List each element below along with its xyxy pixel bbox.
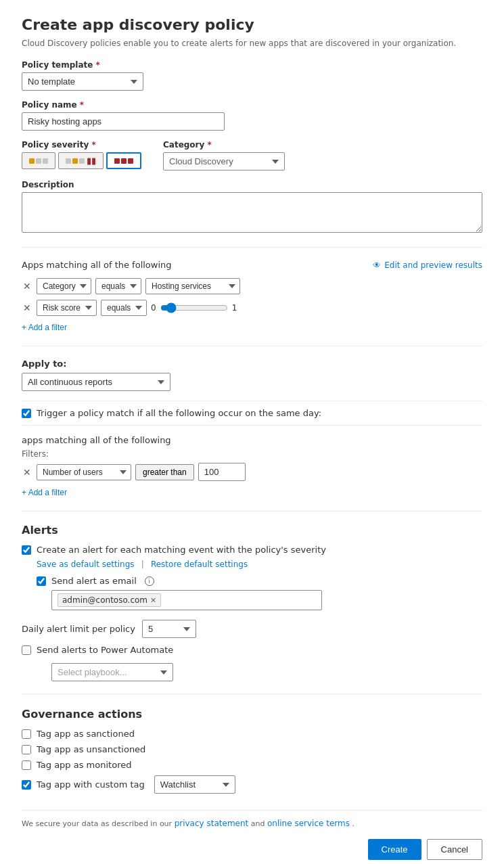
trigger-row: Trigger a policy match if all the follow… — [22, 401, 482, 426]
create-alert-label: Create an alert for each matching event … — [37, 545, 326, 555]
email-tag-container[interactable]: admin@contoso.com ✕ — [51, 590, 322, 610]
filter2-slider[interactable] — [160, 302, 228, 313]
severity-medium-btn[interactable]: ▮▮ — [58, 152, 104, 169]
and-text: and — [251, 819, 265, 828]
send-email-row: Send alert as email i — [37, 576, 482, 586]
apps-matching-label: Apps matching all of the following — [22, 260, 172, 270]
policy-template-select[interactable]: No template — [22, 72, 143, 91]
add-filter-2-btn[interactable]: + Add a filter — [22, 486, 67, 499]
filter2-max-label: 1 — [232, 303, 237, 313]
filter1-value-select[interactable]: Hosting services — [145, 278, 240, 294]
filter2-operator-select[interactable]: equals — [101, 300, 147, 316]
trigger-label: Trigger a policy match if all the follow… — [37, 408, 321, 418]
gov-monitored-label: Tag app as monitored — [37, 760, 131, 770]
gov-action-1-row: Tag app as sanctioned — [22, 729, 482, 739]
filter2-slider-container: 0 1 — [151, 302, 237, 313]
severity-high-btn[interactable] — [106, 152, 141, 169]
eye-icon: 👁 — [373, 260, 381, 270]
severity-options: ▮▮ — [22, 152, 141, 169]
description-textarea[interactable] — [22, 192, 482, 233]
gov-unsanctioned-checkbox[interactable] — [22, 745, 31, 754]
power-automate-checkbox[interactable] — [22, 645, 31, 655]
apply-to-select[interactable]: All continuous reports — [22, 373, 170, 391]
filter-row-1: ✕ Category equals Hosting services — [22, 278, 482, 294]
send-email-info-icon: i — [145, 576, 154, 586]
save-default-link[interactable]: Save as default settings — [37, 560, 135, 569]
restore-default-link[interactable]: Restore default settings — [151, 560, 248, 569]
footer-buttons: Create Cancel — [22, 839, 482, 860]
category-label: Category — [163, 140, 285, 150]
gov-action-4-row: Tag app with custom tag Watchlist — [22, 775, 482, 794]
apps-matching-2-label: apps matching all of the following — [22, 435, 482, 445]
filter2-remove-btn[interactable]: ✕ — [22, 302, 32, 313]
pipe-separator: | — [141, 560, 144, 569]
select-playbook-select[interactable]: Select playbook... — [51, 663, 173, 681]
watchlist-select[interactable]: Watchlist — [154, 775, 235, 794]
severity-high-icon — [114, 158, 133, 164]
edit-preview-text: Edit and preview results — [384, 260, 482, 270]
filter3-remove-btn[interactable]: ✕ — [22, 467, 32, 478]
alerts-section: Alerts Create an alert for each matching… — [22, 524, 482, 681]
gov-custom-tag-checkbox[interactable] — [22, 780, 31, 790]
add-filter-1-btn[interactable]: + Add a filter — [22, 321, 67, 334]
filters-section-label: Filters: — [22, 449, 482, 459]
privacy-text: We secure your data as described in our — [22, 819, 172, 828]
filter1-field-select[interactable]: Category — [37, 278, 91, 294]
create-alert-checkbox[interactable] — [22, 545, 31, 555]
filter3-value-input[interactable] — [198, 463, 246, 481]
policy-name-label: Policy name — [22, 100, 482, 110]
governance-title: Governance actions — [22, 708, 482, 721]
add-filter-1-label: + Add a filter — [22, 323, 67, 332]
severity-low-icon — [29, 158, 48, 164]
policy-severity-label: Policy severity — [22, 140, 141, 150]
description-label: Description — [22, 180, 482, 189]
add-filter-2-label: + Add a filter — [22, 488, 67, 497]
create-alert-row: Create an alert for each matching event … — [22, 545, 482, 555]
policy-name-input[interactable] — [22, 112, 225, 131]
gov-action-3-row: Tag app as monitored — [22, 760, 482, 770]
gov-sanctioned-label: Tag app as sanctioned — [37, 729, 135, 739]
email-tag-remove-btn[interactable]: ✕ — [150, 596, 156, 605]
page-subtitle: Cloud Discovery policies enable you to c… — [22, 39, 482, 48]
email-tag: admin@contoso.com ✕ — [58, 593, 161, 607]
privacy-link[interactable]: privacy statement — [175, 819, 249, 828]
category-select[interactable]: Cloud Discovery — [163, 152, 285, 170]
page-title: Create app discovery policy — [22, 16, 482, 33]
gov-monitored-checkbox[interactable] — [22, 760, 31, 770]
send-email-checkbox[interactable] — [37, 576, 46, 586]
filter1-operator-select[interactable]: equals — [95, 278, 141, 294]
daily-limit-label: Daily alert limit per policy — [22, 624, 135, 634]
filter2-min-label: 0 — [151, 303, 156, 313]
gov-sanctioned-checkbox[interactable] — [22, 729, 31, 739]
daily-limit-select[interactable]: 5 — [142, 620, 196, 638]
footer-period: . — [352, 819, 354, 828]
gov-unsanctioned-label: Tag app as unsanctioned — [37, 744, 145, 754]
filter3-operator-label: greater than — [143, 468, 187, 477]
severity-medium-icon — [66, 158, 85, 164]
create-button[interactable]: Create — [368, 839, 421, 860]
filter1-remove-btn[interactable]: ✕ — [22, 281, 32, 292]
trigger-checkbox[interactable] — [22, 409, 31, 418]
cancel-button[interactable]: Cancel — [427, 839, 482, 860]
send-email-label: Send alert as email — [51, 576, 137, 586]
daily-limit-row: Daily alert limit per policy 5 — [22, 620, 482, 638]
power-automate-row: Send alerts to Power Automate — [22, 645, 482, 655]
email-tag-text: admin@contoso.com — [62, 595, 147, 605]
severity-low-btn[interactable] — [22, 152, 55, 169]
filter3-operator-btn[interactable]: greater than — [135, 464, 194, 480]
apply-to-label: Apply to: — [22, 359, 482, 369]
power-automate-label: Send alerts to Power Automate — [37, 645, 173, 655]
filter-row-2: ✕ Risk score equals 0 1 — [22, 300, 482, 316]
alerts-title: Alerts — [22, 524, 482, 537]
gov-action-2-row: Tag app as unsanctioned — [22, 744, 482, 754]
gov-custom-tag-label: Tag app with custom tag — [37, 779, 145, 790]
privacy-footer: We secure your data as described in our … — [22, 810, 482, 828]
filter3-field-select[interactable]: Number of users — [37, 464, 131, 480]
filter-row-3: ✕ Number of users greater than — [22, 463, 482, 481]
policy-template-label: Policy template — [22, 60, 482, 70]
edit-preview-link[interactable]: 👁 Edit and preview results — [373, 260, 482, 270]
filter2-field-select[interactable]: Risk score — [37, 300, 97, 316]
terms-link[interactable]: online service terms — [267, 819, 350, 828]
